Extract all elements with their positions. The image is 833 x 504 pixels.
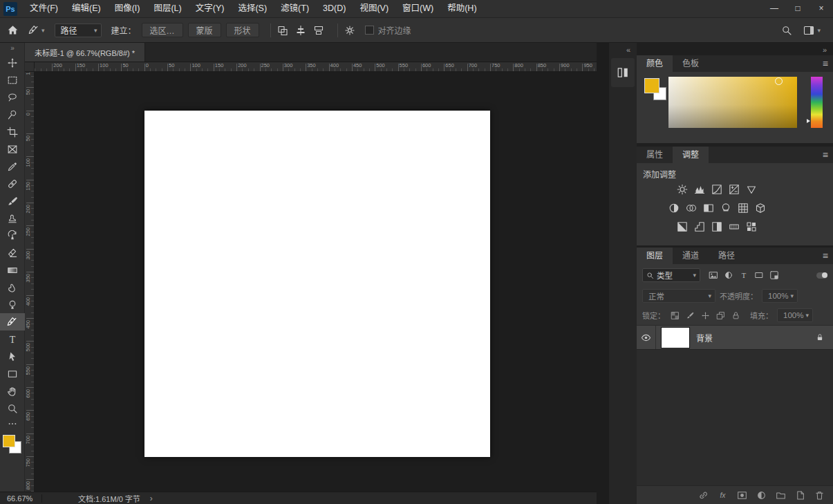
menubar-item[interactable]: 帮助(H) <box>440 0 483 17</box>
layer-visibility-toggle[interactable] <box>637 326 656 349</box>
posterize-icon[interactable] <box>693 221 706 233</box>
menubar-item[interactable]: 选择(S) <box>231 0 274 17</box>
fill-input[interactable]: 100% ▾ <box>777 308 813 322</box>
zoom-tool[interactable] <box>0 400 25 417</box>
panel-menu-icon[interactable]: ≡ <box>823 248 828 264</box>
menubar-item[interactable]: 3D(D) <box>316 0 353 17</box>
gradient-tool[interactable] <box>0 261 25 279</box>
home-icon[interactable] <box>7 24 19 36</box>
filter-shape-layers-icon[interactable] <box>753 269 765 281</box>
channel-mixer-icon[interactable] <box>737 202 749 214</box>
toolbar-collapse-chevron[interactable]: » <box>0 43 24 54</box>
type-tool[interactable]: T <box>0 330 25 348</box>
filter-smart-objects-icon[interactable] <box>768 269 780 281</box>
photo-filter-icon[interactable] <box>720 202 732 214</box>
ruler-corner[interactable] <box>25 62 35 72</box>
menubar-item[interactable]: 文字(Y) <box>189 0 232 17</box>
layer-filter-toggle[interactable] <box>816 272 827 279</box>
panel-tab[interactable]: 颜色 <box>637 55 673 72</box>
lock-all-icon[interactable] <box>730 310 742 321</box>
status-chevron-icon[interactable]: › <box>150 494 153 503</box>
menubar-item[interactable]: 图像(I) <box>108 0 147 17</box>
app-logo[interactable]: Ps <box>3 2 17 16</box>
path-arrangement-icon[interactable] <box>313 25 324 36</box>
vertical-ruler[interactable]: 1005005010015020025030035040045050055060… <box>25 72 35 492</box>
layer-filter-select[interactable]: 类型 ▾ <box>642 268 700 282</box>
expand-panels-chevron[interactable]: « <box>626 46 630 54</box>
tool-mode-select[interactable]: 路径 ▾ <box>55 24 102 37</box>
link-layers-icon[interactable] <box>698 490 709 501</box>
foreground-color-swatch[interactable] <box>644 78 659 93</box>
clone-stamp-tool[interactable] <box>0 209 25 227</box>
new-group-icon[interactable] <box>776 490 786 501</box>
make-button[interactable]: 形状 <box>226 23 259 37</box>
maximize-button[interactable]: □ <box>786 0 809 17</box>
blend-mode-select[interactable]: 正常 ▾ <box>642 289 715 303</box>
new-layer-icon[interactable] <box>795 490 805 501</box>
panel-menu-icon[interactable]: ≡ <box>823 55 828 72</box>
lock-transparency-icon[interactable] <box>669 310 681 321</box>
frame-tool[interactable] <box>0 140 25 158</box>
layer-style-icon[interactable]: fx <box>718 490 728 501</box>
quick-selection-tool[interactable] <box>0 106 25 123</box>
lock-pixels-icon[interactable] <box>684 310 696 321</box>
gradient-map-icon[interactable] <box>728 221 740 233</box>
workspace-switcher[interactable]: ▾ <box>803 25 821 36</box>
menubar-item[interactable]: 图层(L) <box>147 0 188 17</box>
brush-tool[interactable] <box>0 192 25 209</box>
edit-toolbar-icon[interactable] <box>0 418 24 429</box>
hue-saturation-icon[interactable] <box>668 202 680 214</box>
checkbox[interactable] <box>365 26 374 35</box>
curves-icon[interactable] <box>711 183 723 196</box>
lasso-tool[interactable] <box>0 88 25 106</box>
filter-type-layers-icon[interactable]: T <box>738 269 750 281</box>
path-operations-icon[interactable] <box>277 25 288 36</box>
threshold-icon[interactable] <box>711 221 723 233</box>
brightness-contrast-icon[interactable] <box>676 183 689 196</box>
menubar-item[interactable]: 滤镜(T) <box>274 0 316 17</box>
zoom-level[interactable]: 66.67% <box>0 494 41 503</box>
rectangle-tool[interactable] <box>0 365 25 382</box>
hue-slider[interactable] <box>811 77 823 128</box>
eyedropper-tool[interactable] <box>0 158 25 175</box>
filter-adjustment-layers-icon[interactable] <box>722 269 735 281</box>
selective-color-icon[interactable] <box>745 221 758 233</box>
layer-thumbnail[interactable] <box>662 328 689 348</box>
document-tab[interactable]: 未标题-1 @ 66.7%(RGB/8#) * <box>25 43 145 62</box>
path-alignment-icon[interactable] <box>295 25 306 36</box>
layer-row[interactable]: 背景 <box>637 326 833 350</box>
path-selection-tool[interactable] <box>0 348 25 365</box>
panel-tab[interactable]: 路径 <box>709 248 745 264</box>
move-tool[interactable] <box>0 54 25 71</box>
panel-tab[interactable]: 属性 <box>637 147 673 163</box>
canvas-viewport[interactable] <box>35 72 597 492</box>
panel-tab[interactable]: 图层 <box>637 248 673 264</box>
collapsed-panel-button[interactable] <box>611 58 635 87</box>
vibrance-icon[interactable] <box>745 183 758 196</box>
exposure-icon[interactable] <box>728 183 740 196</box>
make-button[interactable]: 蒙版 <box>188 23 221 37</box>
rectangular-marquee-tool[interactable] <box>0 71 25 88</box>
color-picker-marker[interactable] <box>775 77 783 85</box>
tool-preset-button[interactable]: ▾ <box>26 24 48 37</box>
delete-layer-icon[interactable] <box>814 490 825 501</box>
invert-icon[interactable] <box>676 221 689 233</box>
menubar-item[interactable]: 视图(V) <box>353 0 395 17</box>
horizontal-ruler[interactable]: 0200150100500501001502002503003504004505… <box>35 62 597 72</box>
close-button[interactable]: × <box>809 0 833 17</box>
collapse-panels-chevron[interactable]: » <box>823 46 827 54</box>
gear-icon[interactable] <box>344 25 355 36</box>
lock-position-icon[interactable] <box>700 310 711 321</box>
lock-artboard-icon[interactable] <box>715 310 727 321</box>
layer-name[interactable]: 背景 <box>696 332 816 344</box>
color-spectrum[interactable] <box>668 77 797 128</box>
color-lookup-icon[interactable] <box>754 202 767 214</box>
add-mask-icon[interactable] <box>737 490 747 501</box>
hand-tool[interactable] <box>0 382 25 400</box>
dodge-tool[interactable] <box>0 296 25 313</box>
healing-brush-tool[interactable] <box>0 175 25 192</box>
eraser-tool[interactable] <box>0 244 25 261</box>
crop-tool[interactable] <box>0 123 25 140</box>
opacity-input[interactable]: 100% ▾ <box>762 289 798 303</box>
menubar-item[interactable]: 文件(F) <box>23 0 65 17</box>
